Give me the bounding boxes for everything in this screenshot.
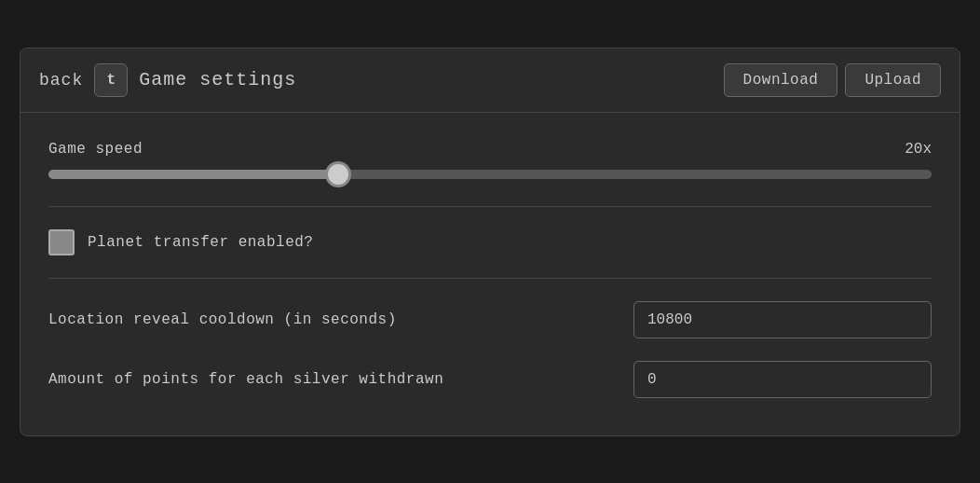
silver-points-label: Amount of points for each silver withdra… [48, 371, 443, 388]
location-cooldown-label: Location reveal cooldown (in seconds) [48, 311, 397, 328]
planet-transfer-checkbox[interactable] [48, 229, 75, 255]
divider-1 [48, 206, 932, 207]
t-key-badge: t [94, 63, 128, 97]
game-speed-header: Game speed 20x [48, 141, 932, 158]
settings-content: Game speed 20x Planet transfer enabled? … [20, 113, 960, 435]
game-speed-slider-container [48, 167, 932, 184]
download-button[interactable]: Download [724, 63, 838, 97]
settings-panel: back t Game settings Download Upload Gam… [20, 48, 960, 436]
divider-2 [48, 278, 932, 279]
game-speed-label: Game speed [48, 141, 143, 158]
page-title: Game settings [139, 69, 296, 90]
game-speed-section: Game speed 20x [48, 141, 932, 184]
game-speed-slider[interactable] [48, 170, 932, 179]
header: back t Game settings Download Upload [20, 48, 960, 113]
game-speed-value: 20x [905, 141, 932, 158]
planet-transfer-label: Planet transfer enabled? [88, 234, 313, 251]
silver-points-row: Amount of points for each silver withdra… [48, 361, 932, 398]
location-cooldown-input[interactable] [633, 301, 932, 338]
back-button[interactable]: back [39, 71, 83, 90]
location-cooldown-row: Location reveal cooldown (in seconds) [48, 301, 932, 338]
upload-button[interactable]: Upload [845, 63, 941, 97]
planet-transfer-row: Planet transfer enabled? [48, 229, 932, 255]
silver-points-input[interactable] [633, 361, 932, 398]
header-left: back t Game settings [39, 63, 713, 97]
header-actions: Download Upload [724, 63, 941, 97]
